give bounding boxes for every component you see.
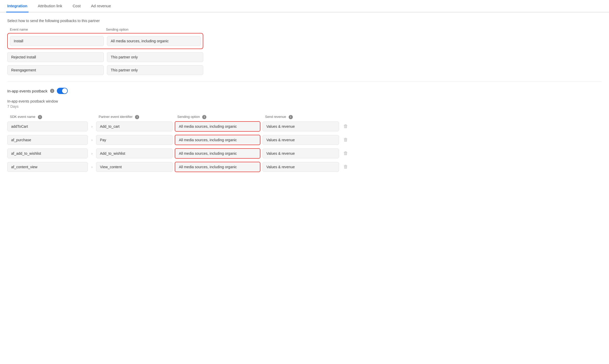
sdk-event-name-af-add-to-wishlist: af_add_to_wishlist: [7, 149, 88, 158]
partner-event-id-af-content-view[interactable]: View_content: [96, 162, 173, 172]
main-content: Select how to send the following postbac…: [0, 12, 609, 181]
sending-option-af-add-to-wishlist[interactable]: All media sources, including organic: [175, 148, 260, 159]
header-sending-option: Sending option i: [175, 115, 260, 119]
sdk-event-name-af-content-view: af_content_view: [7, 162, 88, 172]
postback-window-value: 7 Days: [7, 104, 602, 109]
partner-event-id-af-add-to-wishlist[interactable]: Add_to_wishlist: [96, 149, 173, 158]
header-send-revenue: Send revenue i: [262, 115, 339, 119]
postback-row-rejected-install: Rejected Install This partner only: [7, 52, 203, 62]
sending-option-af-content-view[interactable]: All media sources, including organic: [175, 162, 260, 172]
in-app-events-toggle[interactable]: [57, 88, 68, 94]
postback-sending-option-reengagement[interactable]: This partner only: [107, 65, 204, 75]
send-revenue-info-icon[interactable]: i: [289, 115, 293, 119]
arrow-icon-addtocart: ›: [90, 124, 94, 129]
postback-event-name-rejected-install: Rejected Install: [7, 52, 104, 62]
sending-option-af-purchase[interactable]: All media sources, including organic: [175, 135, 260, 145]
section-title: Select how to send the following postbac…: [7, 19, 602, 23]
event-row-addtocart: addToCart › Add_to_cart All media source…: [7, 121, 602, 132]
divider-1: [7, 81, 602, 82]
postback-header-event-name: Event name: [7, 28, 103, 31]
partner-event-id-addtocart[interactable]: Add_to_cart: [96, 122, 173, 131]
postback-row-reengagement: Reengagement This partner only: [7, 65, 203, 75]
event-row-af-add-to-wishlist: af_add_to_wishlist › Add_to_wishlist All…: [7, 148, 602, 159]
tab-attribution-link[interactable]: Attribution link: [37, 0, 63, 12]
tab-bar: Integration Attribution link Cost Ad rev…: [0, 0, 609, 12]
arrow-icon-af-purchase: ›: [90, 138, 94, 142]
postback-window-label: In-app events postback window: [7, 99, 602, 103]
event-table-wrapper: SDK event name i Partner event identifie…: [7, 115, 602, 175]
postback-sending-option-install[interactable]: All media sources, including organic: [107, 36, 201, 46]
event-table-header: SDK event name i Partner event identifie…: [7, 115, 602, 119]
send-revenue-af-content-view[interactable]: Values & revenue: [262, 162, 339, 172]
header-partner-event-identifier: Partner event identifier i: [96, 115, 173, 119]
postback-table: Event name Sending option Install All me…: [7, 28, 602, 75]
sending-option-addtocart[interactable]: All media sources, including organic: [175, 121, 260, 132]
tab-cost[interactable]: Cost: [72, 0, 82, 12]
sending-option-info-icon[interactable]: i: [202, 115, 206, 119]
in-app-events-label: In-app events postback: [7, 89, 48, 93]
tab-ad-revenue[interactable]: Ad revenue: [90, 0, 112, 12]
arrow-icon-af-add-to-wishlist: ›: [90, 151, 94, 156]
tab-integration[interactable]: Integration: [6, 0, 29, 12]
postback-event-name-install: Install: [10, 36, 104, 46]
delete-addtocart[interactable]: 🗑: [341, 124, 350, 129]
send-revenue-af-add-to-wishlist[interactable]: Values & revenue: [262, 149, 339, 158]
event-row-af-content-view: af_content_view › View_content All media…: [7, 162, 602, 172]
in-app-events-toggle-row: In-app events postback i: [7, 88, 602, 94]
send-revenue-addtocart[interactable]: Values & revenue: [262, 122, 339, 131]
sdk-event-name-addtocart: addToCart: [7, 122, 88, 131]
postback-window-section: In-app events postback window 7 Days: [7, 99, 602, 109]
partner-event-id-af-purchase[interactable]: Pay: [96, 135, 173, 145]
header-sdk-event-name: SDK event name i: [7, 115, 88, 119]
postback-header-row: Event name Sending option: [7, 28, 199, 31]
event-row-af-purchase: af_purchase › Pay All media sources, inc…: [7, 135, 602, 145]
delete-af-purchase[interactable]: 🗑: [341, 137, 350, 143]
arrow-icon-af-content-view: ›: [90, 165, 94, 169]
partner-event-identifier-info-icon[interactable]: i: [135, 115, 139, 119]
sdk-event-name-af-purchase: af_purchase: [7, 135, 88, 145]
postback-event-name-reengagement: Reengagement: [7, 65, 104, 75]
delete-af-content-view[interactable]: 🗑: [341, 164, 350, 170]
postback-sending-option-rejected-install[interactable]: This partner only: [107, 52, 204, 62]
postback-header-sending-option: Sending option: [103, 28, 199, 31]
sdk-event-name-info-icon[interactable]: i: [38, 115, 42, 119]
send-revenue-af-purchase[interactable]: Values & revenue: [262, 135, 339, 145]
postback-row-install: Install All media sources, including org…: [7, 33, 203, 49]
in-app-events-info-icon[interactable]: i: [50, 89, 54, 93]
delete-af-add-to-wishlist[interactable]: 🗑: [341, 151, 350, 156]
